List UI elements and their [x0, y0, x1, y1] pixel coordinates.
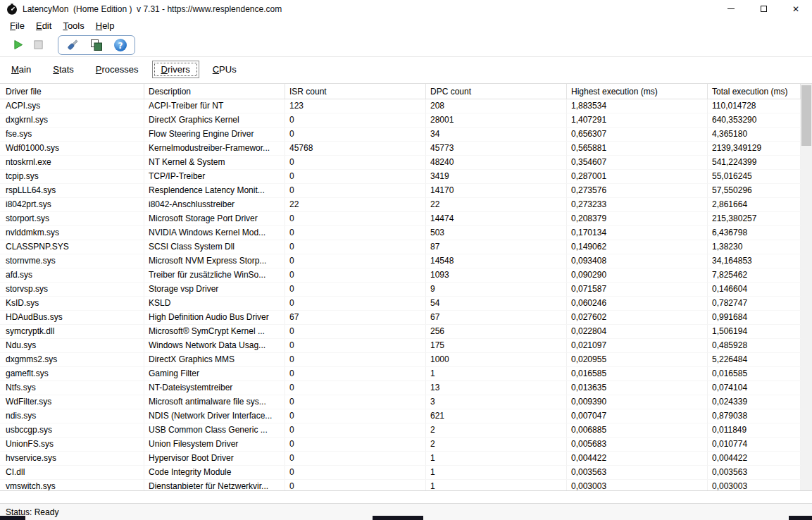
tab-main[interactable]: Main — [3, 61, 39, 78]
table-row[interactable]: fse.sysFlow Steering Engine Driver0340,6… — [0, 128, 801, 142]
table-cell: 55,016245 — [708, 170, 801, 184]
table-cell: gameflt.sys — [0, 367, 144, 381]
table-cell: 0,022804 — [567, 325, 708, 339]
table-cell: afd.sys — [0, 268, 144, 283]
column-header-description[interactable]: Description — [144, 84, 285, 99]
table-cell: 256 — [426, 325, 567, 339]
table-row[interactable]: afd.sysTreiber für zusätzliche WinSo...0… — [0, 268, 801, 283]
table-row[interactable]: stornvme.sysMicrosoft NVM Express Storp.… — [0, 254, 801, 268]
column-header-dpc-count[interactable]: DPC count — [426, 84, 567, 99]
scrollbar-thumb[interactable] — [801, 85, 811, 146]
maximize-button[interactable] — [747, 0, 780, 18]
table-cell: USB Common Class Generic ... — [144, 423, 285, 438]
column-header-highest-execution-ms[interactable]: Highest execution (ms) — [567, 84, 708, 99]
table-row[interactable]: ACPI.sysACPI-Treiber für NT1232081,88353… — [0, 99, 801, 113]
table-cell: 0,013635 — [567, 381, 708, 395]
table-row[interactable]: HDAudBus.sysHigh Definition Audio Bus Dr… — [0, 311, 801, 325]
menu-edit[interactable]: Edit — [30, 20, 57, 31]
column-header-total-execution-ms[interactable]: Total execution (ms) — [708, 84, 801, 99]
table-cell: ndis.sys — [0, 409, 144, 423]
menu-help[interactable]: Help — [90, 20, 120, 31]
table-row[interactable]: gameflt.sysGaming Filter010,0165850,0165… — [0, 367, 801, 381]
menu-tools[interactable]: Tools — [57, 20, 89, 31]
table-row[interactable]: usbccgp.sysUSB Common Class Generic ...0… — [0, 423, 801, 438]
start-monitor-button[interactable] — [8, 36, 28, 54]
table-cell: 0,782747 — [708, 297, 801, 311]
table-cell: 14170 — [426, 184, 567, 198]
table-cell: Ndu.sys — [0, 339, 144, 353]
table-row[interactable]: ntoskrnl.exeNT Kernel & System0482400,35… — [0, 156, 801, 170]
table-cell: 9 — [426, 283, 567, 297]
column-header-driver-file[interactable]: Driver file — [0, 84, 144, 99]
table-cell: 1,407291 — [567, 113, 708, 128]
table-cell: 0,485928 — [708, 339, 801, 353]
table-row[interactable]: UnionFS.sysUnion Filesystem Driver020,00… — [0, 438, 801, 452]
table-cell: 0 — [285, 184, 426, 198]
tab-drivers[interactable]: Drivers — [152, 61, 199, 78]
tab-processes[interactable]: Processes — [87, 61, 147, 78]
table-row[interactable]: Ntfs.sysNT-Dateisystemtreiber0130,013635… — [0, 381, 801, 395]
driver-tools-button[interactable] — [64, 36, 81, 54]
table-cell: Resplendence Latency Monit... — [144, 184, 285, 198]
table-cell: 0,003563 — [708, 466, 801, 480]
table-cell: Kernelmodustreiber-Framewor... — [144, 142, 285, 156]
table-row[interactable]: storvsp.sysStorage vsp Driver090,0715870… — [0, 283, 801, 297]
table-row[interactable]: CLASSPNP.SYSSCSI Class System Dll0870,14… — [0, 240, 801, 254]
tab-stats[interactable]: Stats — [44, 61, 82, 78]
table-cell: 0 — [285, 283, 426, 297]
table-cell: 0,060246 — [567, 297, 708, 311]
column-header-isr-count[interactable]: ISR count — [285, 84, 426, 99]
table-cell: 0,146604 — [708, 283, 801, 297]
table-cell: 0,027602 — [567, 311, 708, 325]
table-cell: WdFilter.sys — [0, 395, 144, 409]
table-cell: 1,38230 — [708, 240, 801, 254]
table-row[interactable]: KsID.sysKSLD0540,0602460,782747 — [0, 297, 801, 311]
table-cell: Microsoft® SymCrypt Kernel ... — [144, 325, 285, 339]
copy-report-button[interactable] — [88, 36, 105, 54]
menu-file[interactable]: File — [4, 20, 30, 31]
table-body: ACPI.sysACPI-Treiber für NT1232081,88353… — [0, 99, 801, 490]
taskbar-fragment — [373, 516, 423, 520]
close-button[interactable]: ✕ — [780, 0, 812, 18]
table-row[interactable]: nvlddmkm.sysNVIDIA Windows Kernel Mod...… — [0, 226, 801, 240]
vertical-scrollbar[interactable] — [801, 84, 812, 490]
table-cell: Dienstanbieter für Netzwerkvir... — [144, 480, 285, 490]
table-cell: 0,016585 — [567, 367, 708, 381]
latencymon-logo-icon — [6, 4, 18, 15]
table-row[interactable]: rspLLL64.sysResplendence Latency Monit..… — [0, 184, 801, 198]
table-cell: fse.sys — [0, 128, 144, 142]
table-cell: ACPI-Treiber für NT — [144, 99, 285, 113]
table-row[interactable]: i8042prt.sysi8042-Anschlusstreiber22220,… — [0, 198, 801, 212]
table-row[interactable]: storport.sysMicrosoft Storage Port Drive… — [0, 212, 801, 226]
table-cell: NVIDIA Windows Kernel Mod... — [144, 226, 285, 240]
table-cell: 175 — [426, 339, 567, 353]
table-row[interactable]: CI.dllCode Integrity Module010,0035630,0… — [0, 466, 801, 480]
table-row[interactable]: symcryptk.dllMicrosoft® SymCrypt Kernel … — [0, 325, 801, 339]
table-row[interactable]: tcpip.sysTCP/IP-Treiber034190,28700155,0… — [0, 170, 801, 184]
table-cell: 0,879038 — [708, 409, 801, 423]
table-cell: 621 — [426, 409, 567, 423]
table-row[interactable]: dxgmms2.sysDirectX Graphics MMS010000,02… — [0, 353, 801, 367]
table-row[interactable]: dxgkrnl.sysDirectX Graphics Kernel028001… — [0, 113, 801, 128]
table-cell: 3419 — [426, 170, 567, 184]
table-cell: 0,273576 — [567, 184, 708, 198]
table-header-row: Driver fileDescriptionISR countDPC count… — [0, 84, 801, 99]
table-cell: 0 — [285, 128, 426, 142]
table-row[interactable]: hvservice.sysHypervisor Boot Driver010,0… — [0, 452, 801, 466]
stop-monitor-button[interactable] — [28, 36, 48, 54]
table-cell: SCSI Class System Dll — [144, 240, 285, 254]
minimize-button[interactable] — [715, 0, 747, 18]
table-row[interactable]: WdFilter.sysMicrosoft antimalware file s… — [0, 395, 801, 409]
table-row[interactable]: Ndu.sysWindows Network Data Usag...01750… — [0, 339, 801, 353]
stop-icon — [33, 39, 44, 50]
table-row[interactable]: ndis.sysNDIS (Network Driver Interface..… — [0, 409, 801, 423]
table-cell: Wdf01000.sys — [0, 142, 144, 156]
table-row[interactable]: vmswitch.sysDienstanbieter für Netzwerkv… — [0, 480, 801, 490]
table-cell: 0 — [285, 367, 426, 381]
tab-cpus[interactable]: CPUs — [204, 61, 245, 78]
table-cell: 0,287001 — [567, 170, 708, 184]
table-cell: 640,353290 — [708, 113, 801, 128]
table-cell: 14474 — [426, 212, 567, 226]
help-button[interactable]: ? — [112, 36, 129, 54]
table-row[interactable]: Wdf01000.sysKernelmodustreiber-Framewor.… — [0, 142, 801, 156]
